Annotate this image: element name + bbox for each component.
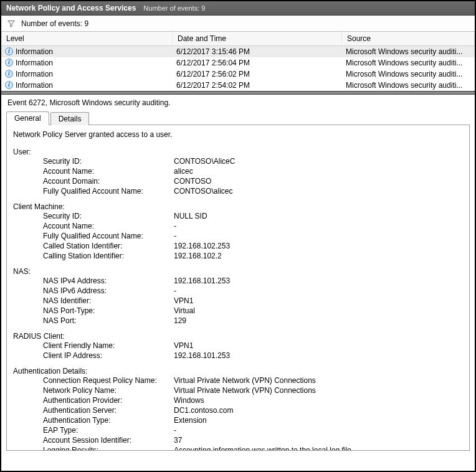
info-icon — [5, 59, 13, 67]
event-row[interactable]: Information 6/12/2017 2:56:02 PM Microso… — [1, 68, 475, 80]
kv-row: Logging Results:Accounting information w… — [43, 445, 463, 451]
cell-source: Microsoft Windows security auditi... — [342, 47, 475, 56]
event-row[interactable]: Information 6/12/2017 2:56:04 PM Microso… — [1, 57, 475, 68]
section-user: Security ID:CONTOSO\AliceC Account Name:… — [13, 156, 463, 196]
kv-row: Fully Qualified Account Name:CONTOSO\ali… — [43, 186, 463, 196]
kv-row: Account Session Identifier:37 — [43, 435, 463, 445]
col-header-level[interactable]: Level — [1, 32, 173, 45]
info-icon — [5, 81, 13, 89]
kv-row: Security ID:CONTOSO\AliceC — [43, 156, 463, 166]
cell-level: Information — [16, 47, 53, 56]
cell-level: Information — [16, 59, 53, 67]
kv-row: Account Name:alicec — [43, 166, 463, 176]
event-summary-header: Event 6272, Microsoft Windows security a… — [1, 95, 475, 110]
kv-row: Authentication Provider:Windows — [43, 395, 463, 405]
cell-date: 6/12/2017 2:54:02 PM — [173, 81, 342, 90]
kv-row: Fully Qualified Account Name:- — [43, 231, 463, 241]
kv-row: Called Station Identifier:192.168.102.25… — [43, 241, 463, 251]
kv-row: Authentication Type:Extension — [43, 415, 463, 425]
kv-row: Security ID:NULL SID — [43, 211, 463, 221]
kv-row: NAS Port-Type:Virtual — [43, 306, 463, 316]
kv-row: NAS IPv6 Address:- — [43, 286, 463, 296]
section-user-title: User: — [13, 148, 463, 156]
event-tabs: General Details — [1, 111, 475, 125]
kv-row: Authentication Server:DC1.contoso.com — [43, 405, 463, 415]
cell-date: 6/12/2017 2:56:02 PM — [173, 70, 342, 78]
filter-icon[interactable] — [7, 20, 15, 27]
col-header-source[interactable]: Source — [342, 32, 475, 45]
window-titlebar: Network Policy and Access Services Numbe… — [1, 1, 475, 16]
kv-row: Client IP Address:192.168.101.253 — [43, 351, 463, 361]
kv-row: Account Domain:CONTOSO — [43, 176, 463, 186]
section-auth-title: Authentication Details: — [13, 367, 463, 375]
event-message: Network Policy Server granted access to … — [13, 130, 463, 139]
window-subtitle: Number of events: 9 — [143, 4, 205, 12]
kv-row: NAS Port:129 — [43, 316, 463, 326]
col-header-date[interactable]: Date and Time — [173, 32, 342, 45]
event-row[interactable]: Information 6/12/2017 2:54:02 PM Microso… — [1, 80, 475, 91]
kv-row: EAP Type:- — [43, 425, 463, 435]
kv-row: Client Friendly Name:VPN1 — [43, 341, 463, 351]
section-auth: Connection Request Policy Name:Virtual P… — [13, 375, 463, 451]
section-client: Security ID:NULL SID Account Name:- Full… — [13, 211, 463, 261]
section-radius-title: RADIUS Client: — [13, 332, 463, 341]
tab-details[interactable]: Details — [50, 112, 90, 125]
filter-text: Number of events: 9 — [21, 19, 88, 28]
info-icon — [5, 70, 13, 78]
section-radius: Client Friendly Name:VPN1 Client IP Addr… — [13, 341, 463, 361]
event-grid-header: Level Date and Time Source — [1, 32, 475, 46]
event-grid-body[interactable]: Information 6/12/2017 3:15:46 PM Microso… — [1, 46, 475, 91]
section-client-title: Client Machine: — [13, 202, 463, 211]
info-icon — [5, 47, 13, 55]
filter-bar: Number of events: 9 — [1, 16, 475, 32]
kv-row: NAS Identifier:VPN1 — [43, 296, 463, 306]
cell-date: 6/12/2017 3:15:46 PM — [173, 47, 342, 56]
section-nas-title: NAS: — [13, 267, 463, 276]
kv-row: NAS IPv4 Address:192.168.101.253 — [43, 276, 463, 286]
event-row[interactable]: Information 6/12/2017 3:15:46 PM Microso… — [1, 46, 475, 57]
cell-source: Microsoft Windows security auditi... — [342, 59, 475, 67]
kv-row: Network Policy Name:Virtual Private Netw… — [43, 385, 463, 395]
tab-general[interactable]: General — [6, 111, 49, 125]
cell-level: Information — [16, 70, 53, 78]
kv-row: Calling Station Identifier:192.168.102.2 — [43, 251, 463, 261]
cell-source: Microsoft Windows security auditi... — [342, 70, 475, 78]
section-nas: NAS IPv4 Address:192.168.101.253 NAS IPv… — [13, 276, 463, 326]
window-title: Network Policy and Access Services — [6, 4, 136, 12]
kv-row: Account Name:- — [43, 221, 463, 231]
cell-level: Information — [16, 81, 53, 90]
cell-date: 6/12/2017 2:56:04 PM — [173, 59, 342, 67]
kv-row: Connection Request Policy Name:Virtual P… — [43, 375, 463, 385]
event-details-panel: Network Policy Server granted access to … — [6, 125, 470, 451]
cell-source: Microsoft Windows security auditi... — [342, 81, 475, 90]
